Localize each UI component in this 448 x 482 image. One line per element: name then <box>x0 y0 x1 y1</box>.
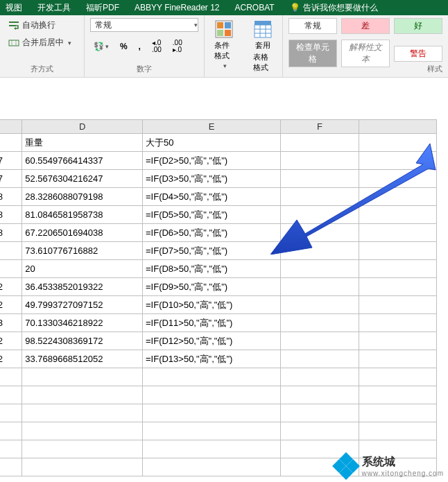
cell[interactable] <box>142 440 280 458</box>
cell[interactable] <box>359 314 436 332</box>
cell[interactable] <box>281 224 359 242</box>
cell[interactable]: =IF(D2>50,"高","低") <box>142 152 280 170</box>
cell[interactable]: 73.610776716882 <box>22 242 143 260</box>
cell[interactable] <box>0 386 22 404</box>
cell[interactable]: 33.7689668512052 <box>22 350 143 368</box>
cell[interactable] <box>281 188 359 206</box>
table-row[interactable]: 919828.3286088079198=IF(D4>50,"高","低") <box>0 188 437 206</box>
table-row[interactable] <box>0 422 437 440</box>
cell[interactable] <box>281 206 359 224</box>
table-row[interactable]: 20=IF(D8>50,"高","低") <box>0 260 437 278</box>
cell[interactable] <box>22 368 143 386</box>
cell-style-good[interactable]: 好 <box>394 18 442 34</box>
cell[interactable]: 4038 <box>0 224 22 242</box>
cell[interactable]: =IF(D9>50,"高","低") <box>142 278 280 296</box>
cell[interactable] <box>0 134 22 152</box>
cell[interactable]: =IF(D8>50,"高","低") <box>142 260 280 278</box>
cell[interactable]: =IF(D4>50,"高","低") <box>142 188 280 206</box>
cell-style-explanatory[interactable]: 解释性文本 <box>341 40 390 67</box>
cell[interactable]: =IF(D10>50,"高","低") <box>142 296 280 314</box>
cell[interactable] <box>359 188 436 206</box>
comma-format-button[interactable]: , <box>135 37 144 55</box>
cell[interactable]: 36.4533852019322 <box>22 278 143 296</box>
cell[interactable]: 70.1330346218922 <box>22 314 143 332</box>
cell[interactable] <box>359 152 436 170</box>
accounting-format-button[interactable]: 💱▾ <box>90 37 112 55</box>
cell[interactable]: =IF(D7>50,"高","低") <box>142 242 280 260</box>
cell[interactable] <box>22 440 143 458</box>
cell-header-weight[interactable]: 重量 <box>22 134 143 152</box>
tab-dev-tools[interactable]: 开发工具 <box>37 2 71 14</box>
conditional-format-button[interactable]: 条件格式 ▾ <box>205 15 243 77</box>
col-header-g[interactable] <box>359 120 436 134</box>
cell[interactable] <box>359 134 436 152</box>
cell[interactable] <box>359 242 436 260</box>
cell[interactable]: =IF(D11>50,"高","低") <box>142 314 280 332</box>
cell[interactable]: =IF(D5>50,"高","低") <box>142 206 280 224</box>
cell[interactable] <box>359 404 436 422</box>
cell[interactable] <box>142 386 280 404</box>
cell[interactable] <box>359 278 436 296</box>
percent-format-button[interactable]: % <box>117 37 131 55</box>
cell[interactable]: =IF(D6>50,"高","低") <box>142 224 280 242</box>
cell[interactable] <box>22 458 143 476</box>
cell[interactable] <box>281 386 359 404</box>
table-row[interactable] <box>0 404 437 422</box>
cell[interactable]: 8923 <box>0 314 22 332</box>
cell-style-check[interactable]: 检查单元格 <box>288 40 337 67</box>
cell[interactable]: =IF(D3>50,"高","低") <box>142 170 280 188</box>
cell[interactable] <box>0 458 22 476</box>
cell[interactable] <box>359 332 436 350</box>
cell[interactable] <box>359 224 436 242</box>
cell-style-warning[interactable]: 警告 <box>394 46 442 62</box>
cell[interactable] <box>0 368 22 386</box>
cell[interactable]: 49.7993727097152 <box>22 296 143 314</box>
cell[interactable] <box>22 422 143 440</box>
table-row[interactable]: 892370.1330346218922=IF(D11>50,"高","低") <box>0 314 437 332</box>
tab-abbyy[interactable]: ABBYY FineReader 12 <box>135 3 220 12</box>
table-row[interactable]: 917298.5224308369172=IF(D12>50,"高","低") <box>0 332 437 350</box>
tab-acrobat[interactable]: ACROBAT <box>235 3 275 12</box>
cell[interactable] <box>0 422 22 440</box>
table-row[interactable]: 重量大于50 <box>0 134 437 152</box>
cell[interactable]: =IF(D12>50,"高","低") <box>142 332 280 350</box>
table-row[interactable]: 433760.5549766414337=IF(D2>50,"高","低") <box>0 152 437 170</box>
cell[interactable] <box>359 422 436 440</box>
cell[interactable] <box>281 170 359 188</box>
table-row[interactable]: 715249.7993727097152=IF(D10>50,"高","低") <box>0 296 437 314</box>
cell[interactable] <box>22 386 143 404</box>
cell[interactable]: 6247 <box>0 170 22 188</box>
cell[interactable]: 67.2206501694038 <box>22 224 143 242</box>
cell[interactable] <box>281 404 359 422</box>
cell[interactable]: 52.5676304216247 <box>22 170 143 188</box>
cell[interactable] <box>281 296 359 314</box>
cell[interactable] <box>359 386 436 404</box>
cell[interactable]: 98.5224308369172 <box>22 332 143 350</box>
cell[interactable] <box>22 404 143 422</box>
cell[interactable] <box>142 458 280 476</box>
cell[interactable] <box>281 152 359 170</box>
cell[interactable] <box>281 314 359 332</box>
cell[interactable] <box>281 368 359 386</box>
decrease-decimal-button[interactable]: .00▸.0 <box>169 37 186 55</box>
cell[interactable] <box>281 332 359 350</box>
cell[interactable]: 9322 <box>0 278 22 296</box>
col-header-d[interactable]: D <box>22 120 143 134</box>
worksheet-grid[interactable]: D E F 重量大于50433760.5549766414337=IF(D2>5… <box>0 119 437 476</box>
table-row[interactable]: 88273.610776716882=IF(D7>50,"高","低") <box>0 242 437 260</box>
merge-center-button[interactable]: 合并后居中 ▾ <box>6 35 78 50</box>
table-row[interactable]: 932236.4533852019322=IF(D9>50,"高","低") <box>0 278 437 296</box>
cell[interactable]: 882 <box>0 242 22 260</box>
col-header-e[interactable]: E <box>142 120 280 134</box>
cell[interactable] <box>142 404 280 422</box>
cell[interactable] <box>281 350 359 368</box>
cell[interactable]: 9172 <box>0 332 22 350</box>
cell[interactable] <box>142 368 280 386</box>
tell-me-input[interactable]: 告诉我你想要做什么 <box>303 2 378 14</box>
cell-style-normal[interactable]: 常规 <box>288 18 337 34</box>
col-header-f[interactable]: F <box>281 120 359 134</box>
cell[interactable] <box>359 350 436 368</box>
cell-header-gt50[interactable]: 大于50 <box>142 134 280 152</box>
cell[interactable] <box>281 422 359 440</box>
col-header-c[interactable] <box>0 120 22 134</box>
